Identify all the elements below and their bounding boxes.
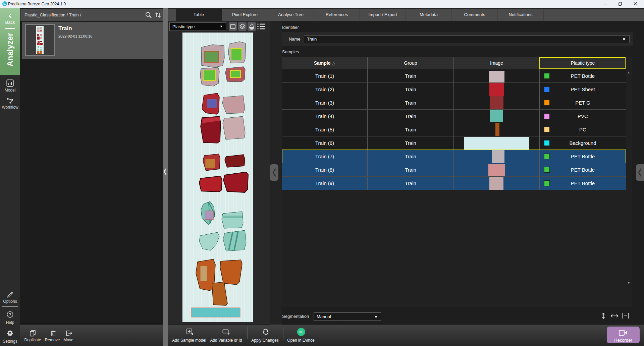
svg-text:?: ? [9,312,11,316]
